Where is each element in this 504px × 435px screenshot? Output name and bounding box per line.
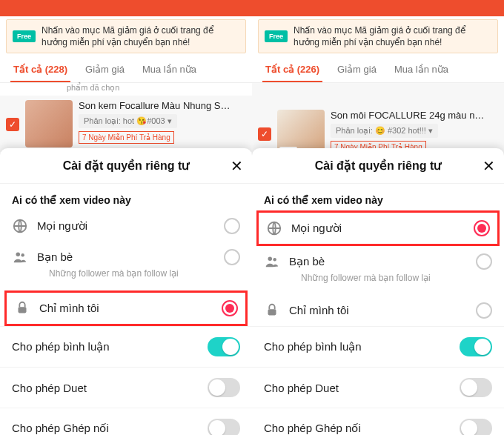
tab-discount[interactable]: Giảm giá — [76, 56, 133, 82]
option-everyone[interactable]: Mọi người — [0, 210, 252, 242]
tab-all[interactable]: Tất cả (228) — [4, 56, 76, 82]
return-badge: 7 Ngày Miễn Phí Trả Hàng — [79, 131, 174, 144]
checkbox-icon[interactable]: ✓ — [258, 127, 271, 141]
toggle-comments[interactable]: Cho phép bình luận — [252, 326, 504, 367]
promo-banner[interactable]: Free Nhấn vào mục Mã giảm giá ở cuối tra… — [6, 19, 246, 53]
tab-all[interactable]: Tất cả (226) — [256, 56, 328, 82]
svg-rect-7 — [268, 309, 276, 315]
friends-icon — [264, 253, 280, 270]
app-header — [252, 0, 504, 16]
svg-point-2 — [21, 253, 24, 256]
radio-icon[interactable] — [476, 302, 492, 319]
close-icon[interactable]: ✕ — [483, 157, 495, 175]
phone-left: Free Nhấn vào mục Mã giảm giá ở cuối tra… — [0, 0, 252, 435]
cart-tabs: Tất cả (228) Giảm giá Mua lần nữa — [0, 56, 252, 83]
friends-hint: Những follower mà bạn follow lại — [12, 268, 179, 279]
promo-text: Nhấn vào mục Mã giảm giá ở cuối trang để… — [294, 24, 491, 48]
option-only-me[interactable]: Chỉ mình tôi — [252, 295, 504, 326]
toggle-comments[interactable]: Cho phép bình luận — [0, 326, 252, 367]
toggle-stitch[interactable]: Cho phép Ghép nối — [0, 408, 252, 435]
lock-icon — [264, 302, 280, 319]
svg-point-5 — [268, 257, 273, 262]
selected-hint: phẩm đã chọn — [0, 83, 252, 96]
toggle-stitch[interactable]: Cho phép Ghép nối — [252, 408, 504, 435]
toggle-duet[interactable]: Cho phép Duet — [0, 367, 252, 408]
friends-icon — [12, 249, 28, 265]
toggle-switch[interactable] — [208, 378, 240, 397]
svg-point-1 — [16, 253, 21, 257]
globe-icon — [12, 218, 28, 234]
free-badge: Free — [13, 30, 36, 42]
section-who-can-view: Ai có thể xem video này — [0, 184, 252, 210]
variant-selector[interactable]: Phân loại: hot 😘#003 ▾ — [79, 114, 177, 128]
radio-icon[interactable] — [222, 300, 238, 316]
variant-selector[interactable]: Phân loại: 😊 #302 hot!!! ▾ — [331, 124, 438, 138]
toggle-switch[interactable] — [460, 337, 492, 356]
highlight-box: Chỉ mình tôi — [4, 290, 248, 326]
cart-tabs: Tất cả (226) Giảm giá Mua lần nữa — [252, 56, 504, 83]
free-badge: Free — [265, 30, 288, 42]
cart-item[interactable]: ✓ Son kem Focallure Màu Nhung S… Phân lo… — [0, 96, 252, 152]
friends-hint: Những follower mà bạn follow lại — [264, 273, 431, 283]
toggle-switch[interactable] — [460, 378, 492, 397]
tab-repurchase[interactable]: Mua lần nữa — [385, 56, 457, 82]
highlight-box: Mọi người — [256, 210, 500, 246]
toggle-switch[interactable] — [208, 337, 240, 356]
privacy-sheet: Cài đặt quyền riêng tư ✕ Ai có thể xem v… — [0, 148, 252, 435]
lock-icon — [14, 300, 30, 316]
product-title: Son kem Focallure Màu Nhung S… — [79, 100, 242, 111]
globe-icon — [266, 220, 282, 236]
checkbox-icon[interactable]: ✓ — [6, 118, 19, 131]
tab-repurchase[interactable]: Mua lần nữa — [133, 56, 205, 82]
product-thumb[interactable] — [25, 100, 73, 147]
sheet-title: Cài đặt quyền riêng tư — [63, 159, 189, 173]
phone-right: Free Nhấn vào mục Mã giảm giá ở cuối tra… — [252, 0, 504, 435]
toggle-switch[interactable] — [208, 419, 240, 435]
option-only-me[interactable]: Chỉ mình tôi — [14, 297, 238, 319]
radio-icon[interactable] — [474, 220, 490, 236]
svg-point-6 — [273, 258, 276, 261]
radio-icon[interactable] — [476, 253, 492, 270]
radio-icon[interactable] — [224, 249, 240, 265]
privacy-sheet: Cài đặt quyền riêng tư ✕ Ai có thể xem v… — [252, 148, 504, 435]
tab-discount[interactable]: Giảm giá — [328, 56, 385, 82]
toggle-switch[interactable] — [460, 419, 492, 435]
option-everyone[interactable]: Mọi người — [266, 217, 490, 239]
promo-text: Nhấn vào mục Mã giảm giá ở cuối trang để… — [42, 24, 239, 48]
app-header — [0, 0, 252, 16]
section-who-can-view: Ai có thể xem video này — [252, 184, 504, 210]
close-icon[interactable]: ✕ — [231, 157, 243, 175]
promo-banner[interactable]: Free Nhấn vào mục Mã giảm giá ở cuối tra… — [258, 19, 498, 53]
product-title: Son môi FOCALLURE 24g màu n… — [331, 110, 494, 121]
toggle-duet[interactable]: Cho phép Duet — [252, 367, 504, 408]
svg-rect-3 — [19, 307, 27, 313]
sheet-title: Cài đặt quyền riêng tư — [315, 159, 441, 173]
radio-icon[interactable] — [224, 218, 240, 234]
